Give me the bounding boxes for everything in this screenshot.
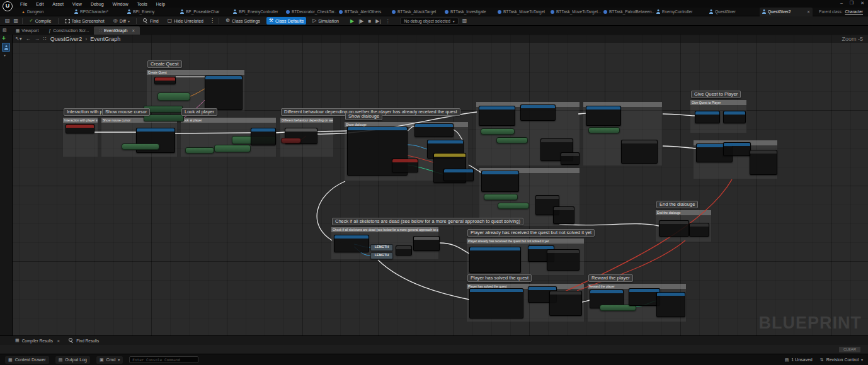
cmd-dropdown[interactable]: ▣ Cmd ▾	[96, 356, 123, 364]
comment-title-bubble[interactable]: Reward the player	[588, 274, 633, 282]
graph-node[interactable]	[392, 159, 418, 172]
graph-node[interactable]	[723, 111, 746, 123]
graph-node[interactable]	[588, 127, 620, 133]
content-drawer-button[interactable]: ▦ Content Drawer	[5, 356, 49, 364]
menu-item-asset[interactable]: Asset	[52, 2, 64, 6]
clear-button[interactable]: CLEAR	[839, 347, 860, 352]
forward-arrow-icon[interactable]: →	[35, 36, 40, 42]
graph-node[interactable]	[695, 111, 720, 123]
graph-node[interactable]: LENGTH	[370, 252, 393, 259]
event-graph-canvas[interactable]: BLUEPRINT ↖▾ ← → ∷ QuestGiver2 › EventGr…	[0, 35, 868, 335]
back-arrow-icon[interactable]: ←	[26, 36, 31, 42]
graph-node[interactable]	[469, 288, 523, 318]
graph-node[interactable]	[553, 206, 574, 224]
asset-tab[interactable]: EnemyController	[654, 8, 707, 16]
graph-node[interactable]	[723, 142, 751, 156]
graph-node[interactable]	[629, 288, 660, 306]
close-button[interactable]: ✕	[860, 1, 864, 6]
menu-item-window[interactable]: Window	[113, 2, 128, 6]
graph-node[interactable]	[414, 123, 454, 137]
tab-find-results[interactable]: Find Results	[69, 338, 99, 343]
graph-node[interactable]	[479, 106, 515, 126]
graph-node[interactable]	[214, 145, 251, 152]
graph-node[interactable]	[689, 223, 709, 237]
menu-item-tools[interactable]: Tools	[137, 2, 147, 6]
graph-node[interactable]	[621, 140, 658, 164]
unsaved-indicator[interactable]: ▤ 1 Unsaved	[785, 357, 813, 362]
graph-node[interactable]	[469, 247, 521, 273]
graph-node[interactable]	[561, 152, 580, 165]
class-settings-button[interactable]: ⚙ Class Settings	[223, 17, 263, 25]
browse-asset-icon[interactable]: ▥	[14, 18, 19, 23]
graph-node[interactable]	[66, 124, 94, 133]
graph-node[interactable]	[334, 235, 369, 252]
parent-class-link[interactable]: Character	[845, 9, 863, 14]
asset-tab[interactable]: BTTask_AttackTarget	[389, 8, 442, 16]
asset-tab[interactable]: BPI_Enemy	[125, 8, 178, 16]
asset-tab[interactable]: BPI_EnemyController	[231, 8, 283, 16]
asset-tab[interactable]: BTTask_Investigate	[442, 8, 495, 16]
graph-node[interactable]	[144, 115, 184, 121]
comment-title-bubble[interactable]: Player already has received the quest bu…	[467, 229, 595, 237]
asset-tab[interactable]: BP_PoseableChar	[178, 8, 231, 16]
graph-node[interactable]	[498, 203, 529, 209]
add-new-button[interactable]: +	[2, 35, 6, 42]
menu-item-debug[interactable]: Debug	[91, 2, 104, 6]
hide-unrelated-button[interactable]: ▢ Hide Unrelated	[165, 17, 206, 25]
asset-tab[interactable]: BTTask_AlertOthers	[336, 8, 389, 16]
asset-tab[interactable]: BTTask_MoveToTarget	[495, 8, 548, 16]
comment-title-bubble[interactable]: End the dialouge	[656, 201, 698, 208]
graph-node[interactable]	[750, 150, 777, 175]
play-button[interactable]: ▶	[350, 18, 354, 24]
play-options-dots-icon[interactable]: ⋮	[385, 18, 390, 24]
comment-box[interactable]: Interaction with player started	[62, 117, 98, 157]
asset-tab[interactable]: BTTask_PatrolBetween...	[601, 8, 654, 16]
close-icon[interactable]: ✕	[57, 339, 60, 343]
graph-node[interactable]	[251, 128, 276, 145]
menu-item-help[interactable]: Help	[156, 2, 165, 6]
save-icon[interactable]: ▤	[5, 18, 10, 23]
graph-node[interactable]	[122, 143, 159, 150]
comment-title-bubble[interactable]: Create Quest	[147, 60, 182, 68]
restore-button[interactable]: ❒	[850, 1, 854, 6]
graph-node[interactable]	[586, 106, 621, 126]
find-button[interactable]: Find	[140, 17, 161, 25]
class-defaults-button[interactable]: ⚒ Class Defaults	[266, 17, 306, 25]
close-icon[interactable]: ✕	[132, 28, 135, 33]
graph-node[interactable]	[656, 292, 685, 317]
graph-node[interactable]	[481, 171, 519, 192]
compile-button[interactable]: ✓ Compile	[26, 17, 54, 25]
pointer-icon[interactable]: ↖▾	[15, 36, 22, 42]
simulation-button[interactable]: ▷ Simulation	[310, 17, 341, 25]
graph-node[interactable]	[484, 194, 518, 200]
graph-node[interactable]	[205, 76, 243, 110]
graph-node[interactable]	[157, 93, 190, 101]
comment-title-bubble[interactable]: Show dialouge	[345, 113, 382, 120]
tab-compiler-results[interactable]: ▦ Compiler Results ✕	[15, 338, 60, 343]
stop-button[interactable]: ■	[368, 18, 371, 24]
tab-viewport[interactable]: ▦Viewport	[11, 26, 44, 35]
take-screenshot-button[interactable]: Take Screenshot	[62, 18, 107, 25]
close-icon[interactable]: ✕	[807, 9, 810, 14]
diff-button[interactable]: ◎ Diff ▾	[111, 17, 132, 25]
graph-node[interactable]	[547, 249, 580, 271]
comment-title-bubble[interactable]: Look at player	[181, 108, 217, 116]
graph-node[interactable]	[396, 245, 412, 256]
breadcrumb-root[interactable]: QuestGiver2	[50, 36, 83, 42]
skip-button[interactable]: ▶|	[375, 18, 380, 24]
graph-node[interactable]	[659, 220, 689, 237]
tab-eventgraph[interactable]: ∷EventGraph✕	[94, 26, 140, 35]
graph-node[interactable]: LENGTH	[370, 244, 393, 251]
asset-tab[interactable]: RPGCharacter*	[72, 8, 125, 16]
sidebar-toggle-icon[interactable]: ▧	[3, 28, 7, 33]
graph-node[interactable]	[443, 169, 474, 181]
minimize-button[interactable]: –	[840, 1, 843, 6]
graph-node[interactable]	[413, 236, 440, 251]
output-log-button[interactable]: ▤ Output Log	[55, 356, 90, 364]
asset-thumbnail[interactable]	[2, 43, 10, 52]
graph-node[interactable]	[185, 147, 214, 154]
asset-tab[interactable]: QuestGiver2✕	[760, 8, 813, 16]
comment-title-bubble[interactable]: Give Quest to Player	[691, 91, 741, 98]
comment-title-bubble[interactable]: Player has solved the quest	[467, 274, 532, 282]
chevron-down-icon[interactable]: ▾	[4, 53, 6, 57]
